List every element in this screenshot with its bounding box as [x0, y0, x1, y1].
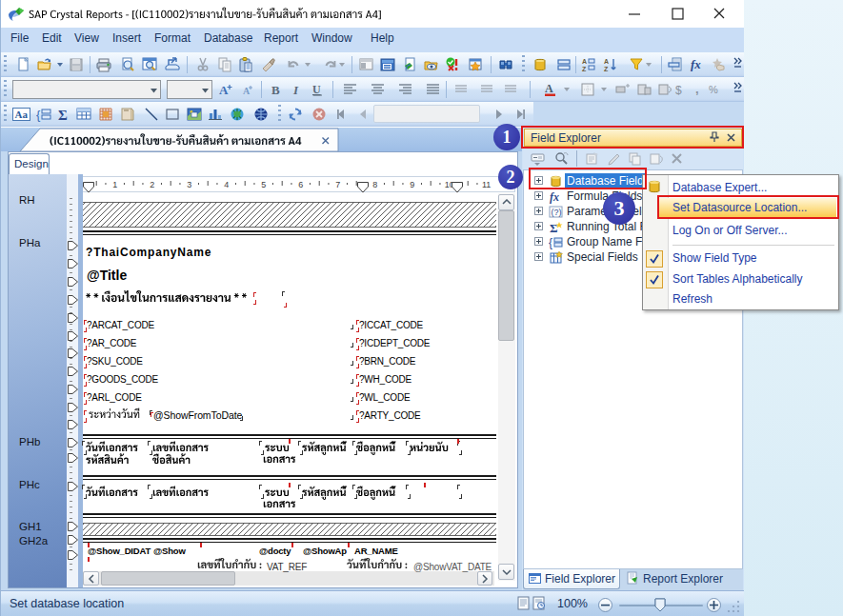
- svg-text:Z: Z: [582, 66, 587, 72]
- svg-text:1: 1: [112, 180, 117, 189]
- svg-text:2: 2: [150, 180, 154, 189]
- svg-text:Σ: Σ: [550, 221, 558, 234]
- svg-text:{: {: [36, 108, 41, 122]
- svg-text:6: 6: [298, 180, 303, 189]
- svg-text:,: ,: [695, 82, 699, 96]
- svg-text:9: 9: [410, 180, 414, 189]
- svg-text:U: U: [312, 83, 321, 96]
- svg-text:A: A: [582, 58, 587, 65]
- svg-text:B: B: [271, 83, 280, 97]
- svg-text:11: 11: [482, 180, 491, 189]
- svg-text:7: 7: [335, 180, 340, 189]
- svg-text:fx: fx: [550, 190, 559, 204]
- svg-text:Aa: Aa: [15, 109, 29, 120]
- svg-text:%: %: [709, 84, 718, 95]
- svg-text:3: 3: [187, 180, 191, 189]
- svg-text:I: I: [292, 83, 299, 97]
- svg-text:Σ: Σ: [58, 108, 68, 123]
- svg-text:{: {: [549, 236, 552, 249]
- svg-text:5: 5: [261, 180, 266, 189]
- svg-text:Z: Z: [604, 66, 609, 72]
- svg-text:8: 8: [372, 180, 377, 189]
- svg-text:fx: fx: [691, 57, 701, 71]
- svg-text:A: A: [604, 58, 609, 65]
- svg-text:4: 4: [224, 180, 229, 189]
- svg-text:$: $: [675, 84, 682, 97]
- svg-text:A: A: [545, 82, 553, 95]
- svg-text:A: A: [219, 83, 229, 97]
- svg-text:(?): (?): [552, 208, 562, 217]
